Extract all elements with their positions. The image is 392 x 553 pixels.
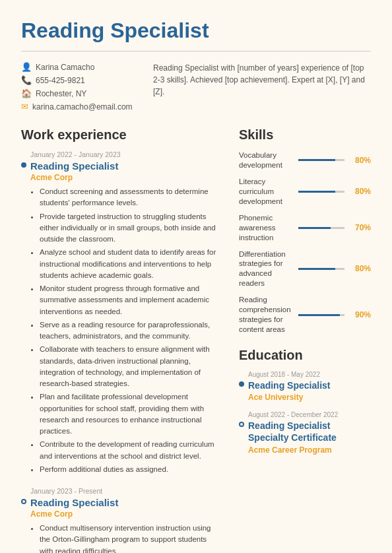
- page-title: Reading Specialist: [21, 18, 371, 43]
- job-title-2: Reading Specialist: [30, 497, 220, 508]
- job-company-2: Acme Corp: [30, 509, 220, 519]
- skill-percent-4: 90%: [350, 310, 371, 319]
- skill-name-4: Reading comprehension strategies for con…: [239, 295, 293, 335]
- main-layout: Work experience January 2022 - January 2…: [21, 127, 371, 553]
- skill-name-2: Phonemic awareness instruction: [239, 213, 293, 243]
- education-title: Education: [239, 348, 371, 363]
- skill-item-4: Reading comprehension strategies for con…: [239, 295, 371, 335]
- contact-phone: 📞 655-425-9821: [21, 75, 127, 85]
- edu-bullet-1: [239, 422, 244, 427]
- skill-item-2: Phonemic awareness instruction 70%: [239, 213, 371, 243]
- edu-school-0: Ace University: [248, 393, 371, 402]
- edu-date-0: August 2018 - May 2022: [248, 371, 371, 378]
- job-company-1: Acme Corp: [30, 173, 220, 182]
- edu-block-0: August 2018 - May 2022 Reading Specialis…: [239, 371, 371, 402]
- skill-percent-2: 70%: [350, 223, 371, 232]
- person-icon: 👤: [21, 62, 32, 72]
- skill-name-0: Vocabulary development: [239, 150, 293, 170]
- job-block-1: January 2022 - January 2023 Reading Spec…: [21, 150, 220, 475]
- job-date-2: January 2023 - Present: [30, 487, 220, 495]
- contact-location: 🏠 Rochester, NY: [21, 88, 127, 98]
- contact-section: 👤 Karina Camacho 📞 655-425-9821 🏠 Roches…: [21, 62, 371, 112]
- duty-1-6: Collaborate with teachers to ensure alig…: [40, 344, 220, 389]
- skill-bar-1: [298, 191, 344, 193]
- skill-percent-0: 80%: [350, 156, 371, 165]
- skill-name-1: Literacy curriculum development: [239, 177, 293, 207]
- duty-1-8: Contribute to the development of reading…: [40, 439, 220, 462]
- title-divider: [21, 51, 371, 51]
- skills-title: Skills: [239, 127, 371, 143]
- right-column: Skills Vocabulary development 80% Litera…: [239, 127, 371, 553]
- email-icon: ✉: [21, 102, 28, 112]
- skill-name-3: Differentiation strategies for advanced …: [239, 249, 293, 289]
- duty-1-1: Conduct screening and assessments to det…: [40, 186, 220, 209]
- skill-percent-1: 80%: [350, 187, 371, 196]
- duty-1-5: Serve as a reading resource for paraprof…: [40, 319, 220, 342]
- duty-1-4: Monitor student progress through formati…: [40, 283, 220, 317]
- edu-date-1: August 2022 - December 2022: [248, 411, 371, 418]
- job-date-1: January 2022 - January 2023: [30, 150, 220, 158]
- skill-item-3: Differentiation strategies for advanced …: [239, 249, 371, 289]
- skill-item-0: Vocabulary development 80%: [239, 150, 371, 170]
- location-icon: 🏠: [21, 88, 32, 98]
- edu-school-1: Acme Career Program: [248, 445, 371, 455]
- skill-bar-2: [298, 227, 344, 229]
- job-bullet-1: [21, 162, 26, 168]
- job-bullet-2: [21, 499, 26, 504]
- edu-degree-0: Reading Specialist: [248, 379, 371, 391]
- skill-bar-4: [298, 314, 344, 316]
- summary-text: Reading Specialist with [number of years…: [153, 62, 371, 112]
- contact-info: 👤 Karina Camacho 📞 655-425-9821 🏠 Roches…: [21, 62, 127, 112]
- skill-percent-3: 80%: [350, 264, 371, 273]
- edu-degree-1: Reading Specialist Specialty Certificate: [248, 420, 371, 443]
- skill-bar-3: [298, 268, 344, 270]
- job-duties-1: Conduct screening and assessments to det…: [30, 186, 220, 475]
- duty-1-9: Perform additional duties as assigned.: [40, 464, 220, 475]
- contact-name: 👤 Karina Camacho: [21, 62, 127, 72]
- skill-bar-0: [298, 159, 344, 161]
- edu-bullet-0: [239, 381, 244, 387]
- duty-1-7: Plan and facilitate professional develop…: [40, 391, 220, 437]
- work-experience-title: Work experience: [21, 127, 220, 143]
- duty-1-3: Analyze school and student data to ident…: [40, 247, 220, 281]
- duty-1-2: Provide targeted instruction to struggli…: [40, 211, 220, 245]
- left-column: Work experience January 2022 - January 2…: [21, 127, 220, 553]
- edu-block-1: August 2022 - December 2022 Reading Spec…: [239, 411, 371, 454]
- contact-email: ✉ karina.camacho@email.com: [21, 102, 127, 112]
- job-duties-2: Conduct multisensory intervention instru…: [30, 523, 220, 553]
- job-title-1: Reading Specialist: [30, 160, 220, 172]
- phone-icon: 📞: [21, 75, 32, 85]
- duty-2-1: Conduct multisensory intervention instru…: [40, 523, 220, 553]
- skill-item-1: Literacy curriculum development 80%: [239, 177, 371, 207]
- job-block-2: January 2023 - Present Reading Specialis…: [21, 487, 220, 553]
